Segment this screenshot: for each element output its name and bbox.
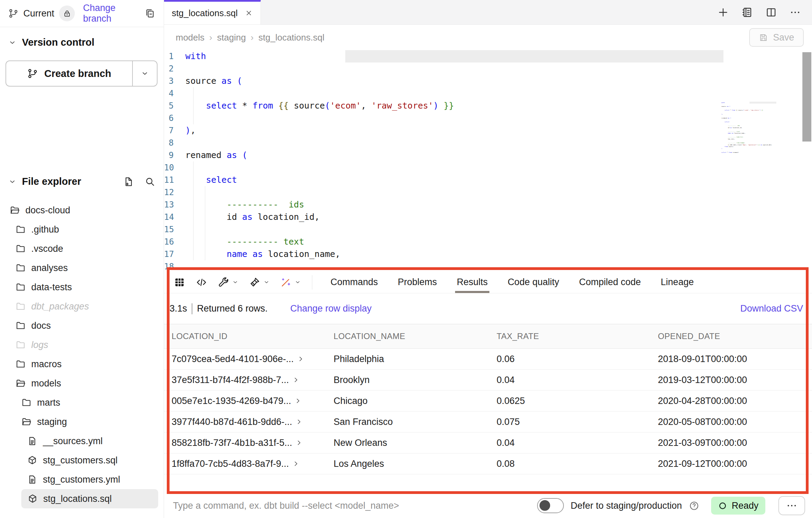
tree-item-dbt-packages[interactable]: dbt_packages: [0, 297, 164, 316]
table-row[interactable]: 1f8ffa70-7cb5-4d83-8a7f-9...Los Angeles0…: [164, 453, 812, 474]
table-cell: 1f8ffa70-7cb5-4d83-8a7f-9...: [172, 459, 334, 469]
table-cell: Chicago: [334, 396, 497, 406]
expand-row-icon[interactable]: [297, 356, 304, 362]
tab-stg-locations-sql[interactable]: stg_locations.sql: [164, 0, 261, 24]
code-line-6[interactable]: 6: [164, 112, 812, 124]
code-line-3[interactable]: 3source as (: [164, 75, 812, 87]
expand-row-icon[interactable]: [292, 460, 299, 467]
code-line-10[interactable]: 10: [164, 161, 812, 174]
expand-row-icon[interactable]: [294, 397, 301, 404]
code-line-14[interactable]: 14 id as location_id,: [164, 211, 812, 223]
table-cell: 0.075: [497, 417, 658, 427]
column-header[interactable]: TAX_RATE: [497, 331, 658, 341]
tree-item-models[interactable]: models: [0, 374, 164, 393]
code-line-7[interactable]: 7),: [164, 124, 812, 137]
defer-toggle[interactable]: [537, 498, 564, 513]
tree-item-vscode[interactable]: .vscode: [0, 239, 164, 258]
tree-item-logs[interactable]: logs: [0, 335, 164, 354]
help-icon[interactable]: [689, 500, 699, 511]
change-branch-link[interactable]: Change branch: [83, 3, 140, 24]
download-csv-link[interactable]: Download CSV: [740, 303, 803, 314]
file-label: models: [31, 378, 61, 389]
format-menu[interactable]: [249, 277, 270, 288]
new-tab-icon[interactable]: [717, 7, 729, 18]
copilot-menu[interactable]: [280, 277, 301, 288]
compile-code-icon[interactable]: [196, 277, 207, 288]
code-line-9[interactable]: 9renamed as (: [164, 149, 812, 161]
code-line-13[interactable]: 13 ---------- ids: [164, 199, 812, 211]
line-number: 4: [164, 87, 174, 100]
code-line-16[interactable]: 16 ---------- text: [164, 236, 812, 248]
code-line-5[interactable]: 5 select * from {{ source('ecom', 'raw_s…: [164, 100, 812, 112]
expand-row-icon[interactable]: [295, 418, 302, 425]
tree-item-docs-cloud[interactable]: docs-cloud: [0, 201, 164, 220]
panel-tab-lineage[interactable]: Lineage: [651, 271, 704, 293]
expand-row-icon[interactable]: [292, 376, 299, 383]
more-actions-button[interactable]: [778, 496, 805, 515]
code-line-4[interactable]: 4: [164, 87, 812, 100]
build-menu[interactable]: [218, 277, 239, 288]
tree-item-sources-yml[interactable]: __sources.yml: [0, 431, 164, 451]
column-header[interactable]: LOCATION_NAME: [334, 331, 497, 341]
tree-item-stg-customers-sql[interactable]: stg_customers.sql: [0, 451, 164, 470]
table-row[interactable]: 005e7e1c-1935-4269-b479...Chicago0.06252…: [164, 391, 812, 412]
create-branch-dropdown[interactable]: [133, 61, 157, 86]
tree-item-staging[interactable]: staging: [0, 412, 164, 431]
panel-tab-code-quality[interactable]: Code quality: [498, 271, 569, 293]
folder-open-icon: [15, 378, 26, 388]
code-line-12[interactable]: 12: [164, 186, 812, 199]
search-icon[interactable]: [144, 176, 155, 187]
table-row[interactable]: 3977f440-b87d-461b-9dd6-...San Francisco…: [164, 412, 812, 432]
breadcrumb-item[interactable]: stg_locations.sql: [258, 32, 324, 43]
panel-tab-problems[interactable]: Problems: [388, 271, 447, 293]
new-file-icon[interactable]: [123, 176, 134, 187]
line-number: 1: [164, 50, 174, 63]
editor-scrollbar[interactable]: [802, 52, 811, 142]
tree-item-marts[interactable]: marts: [0, 393, 164, 412]
panel-tab-commands[interactable]: Commands: [321, 271, 388, 293]
save-button[interactable]: Save: [749, 28, 804, 47]
more-options-icon[interactable]: [789, 7, 801, 18]
tree-item-analyses[interactable]: analyses: [0, 258, 164, 278]
code-line-17[interactable]: 17 name as location_name,: [164, 248, 812, 260]
preview-table-icon[interactable]: [174, 277, 185, 288]
table-row[interactable]: 858218fb-73f7-4b1b-a31f-5...New Orleans0…: [164, 432, 812, 453]
panel-toolbar: CommandsProblemsResultsCode qualityCompi…: [164, 271, 812, 293]
column-header[interactable]: OPENED_DATE: [658, 331, 812, 341]
column-header[interactable]: LOCATION_ID: [172, 331, 334, 341]
tree-item-stg-customers-yml[interactable]: stg_customers.yml: [0, 470, 164, 489]
expand-row-icon[interactable]: [295, 439, 302, 446]
code-line-18[interactable]: 18: [164, 260, 812, 271]
tree-item-docs[interactable]: docs: [0, 316, 164, 335]
table-row[interactable]: 37e5f311-b7f4-4f2f-988b-7...Brooklyn0.04…: [164, 370, 812, 391]
breadcrumb-item[interactable]: models: [176, 32, 205, 43]
code-line-1[interactable]: 1with: [164, 50, 812, 63]
version-control-header[interactable]: Version control: [0, 27, 164, 48]
file-explorer-header[interactable]: File explorer: [0, 176, 164, 187]
command-input[interactable]: Type a command, ex. dbt build --select <…: [173, 500, 399, 511]
code-editor[interactable]: 1with23source as (45 select * from {{ so…: [164, 50, 812, 271]
change-row-display-link[interactable]: Change row display: [290, 303, 372, 314]
create-branch-button[interactable]: Create branch: [5, 60, 158, 87]
close-icon[interactable]: [245, 9, 253, 17]
code-line-11[interactable]: 11 select: [164, 174, 812, 186]
line-number: 5: [164, 100, 174, 112]
tree-item-github[interactable]: .github: [0, 220, 164, 239]
split-pane-icon[interactable]: [765, 7, 777, 18]
tree-item-stg-locations-sql[interactable]: stg_locations.sql: [21, 489, 158, 508]
code-line-8[interactable]: 8: [164, 137, 812, 149]
table-row[interactable]: 7c079cea-5ed4-4101-906e-...Philadelphia0…: [164, 349, 812, 370]
code-line-15[interactable]: 15: [164, 223, 812, 236]
tree-item-data-tests[interactable]: data-tests: [0, 278, 164, 297]
breadcrumb-item[interactable]: staging: [217, 32, 246, 43]
table-cell: 0.0625: [497, 396, 658, 406]
folder-icon: [15, 320, 26, 331]
code-line-2[interactable]: 2: [164, 63, 812, 75]
tab-label: stg_locations.sql: [172, 8, 237, 19]
editor-minimap[interactable]: 1with23source as (45 select * from {{ so…: [721, 102, 776, 176]
copy-icon[interactable]: [144, 7, 155, 20]
tree-item-macros[interactable]: macros: [0, 354, 164, 374]
notebook-icon[interactable]: [741, 7, 753, 18]
panel-tab-compiled-code[interactable]: Compiled code: [569, 271, 651, 293]
panel-tab-results[interactable]: Results: [447, 271, 498, 293]
